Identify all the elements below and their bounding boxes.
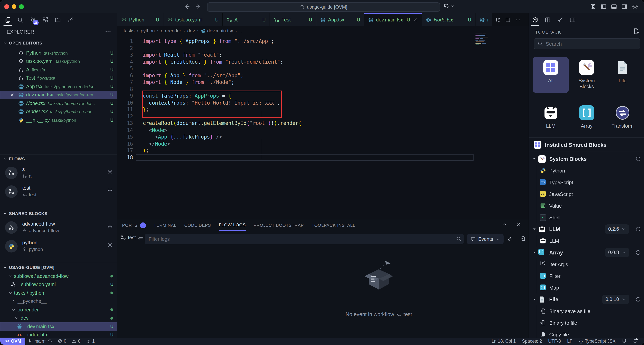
status-0[interactable]: 0 bbox=[69, 337, 83, 344]
block-item-iter-args[interactable]: [x]Iter Args bbox=[529, 258, 644, 270]
layout-grid-icon[interactable] bbox=[590, 4, 596, 10]
activity-item-source-control[interactable]: 36 bbox=[28, 13, 37, 26]
block-item-filter[interactable]: [ ]Filter bbox=[529, 270, 644, 282]
status-0[interactable]: 0 bbox=[55, 337, 69, 344]
tab-Node.tsx[interactable]: Node.tsxU bbox=[422, 13, 476, 26]
block-item-python[interactable]: Python bbox=[529, 165, 644, 176]
minimap[interactable] bbox=[475, 33, 500, 47]
right-panel-box3d[interactable] bbox=[531, 13, 539, 26]
code-line-4[interactable]: 4import { createRoot } from "react-dom/c… bbox=[118, 58, 528, 65]
code-line-8[interactable]: 8 bbox=[118, 86, 528, 93]
code-line-11[interactable]: 11}; bbox=[118, 106, 528, 113]
command-center-search[interactable]: usage-guide [OVM] bbox=[207, 2, 440, 12]
minimize-window-button[interactable] bbox=[12, 4, 16, 9]
block-item-typescript[interactable]: TSTypeScript bbox=[529, 176, 644, 188]
status-ovm[interactable]: ><OVM bbox=[0, 337, 25, 344]
open-editor-item[interactable]: Testflows/testU bbox=[0, 74, 118, 82]
gear-icon[interactable] bbox=[107, 224, 113, 229]
code-line-17[interactable]: 17); bbox=[118, 147, 528, 154]
breadcrumb-item[interactable]: … bbox=[239, 28, 244, 34]
section-shared-blocks[interactable]: SHARED BLOCKS bbox=[0, 209, 118, 217]
block-item-binary-save-as-file[interactable]: Binary save as file bbox=[529, 305, 644, 317]
tree-row-oo-render[interactable]: oo-render bbox=[0, 305, 118, 314]
tab-A[interactable]: AU bbox=[223, 13, 270, 26]
status-bell[interactable] bbox=[630, 337, 640, 344]
back-icon[interactable] bbox=[184, 4, 190, 10]
open-editor-item[interactable]: dev.main.tsxtasks/python/oo-ren...U bbox=[0, 91, 118, 99]
right-panel-blocks[interactable] bbox=[544, 13, 552, 26]
open-editor-item[interactable]: Aflows/aU bbox=[0, 66, 118, 74]
filter-logs-input[interactable] bbox=[145, 234, 464, 244]
tab-Test[interactable]: TestU bbox=[270, 13, 316, 26]
activity-item-files[interactable] bbox=[4, 13, 12, 26]
group-file[interactable]: File0.0.10 bbox=[529, 293, 644, 305]
toolpack-tile-array[interactable]: Array bbox=[569, 102, 604, 132]
panel-close-icon[interactable] bbox=[516, 222, 522, 227]
info-icon[interactable] bbox=[636, 226, 641, 232]
code-line-13[interactable]: 13createRoot(document.getElementById("ro… bbox=[118, 120, 528, 127]
code-line-2[interactable]: 2 bbox=[118, 45, 528, 52]
block-item-copy-file[interactable]: Copy file bbox=[529, 328, 644, 338]
status-1[interactable]: 1 bbox=[83, 337, 98, 344]
status-ln-18-col-1[interactable]: Ln 18, Col 1 bbox=[488, 337, 519, 344]
tree-row-tasks-python[interactable]: tasks / python bbox=[0, 289, 118, 297]
breadcrumb-item[interactable]: dev bbox=[187, 28, 195, 34]
panel-tab-terminal[interactable]: TERMINAL bbox=[154, 219, 176, 231]
block-item-map[interactable]: [ ]Map bbox=[529, 282, 644, 293]
section-flows[interactable]: FLOWS bbox=[0, 154, 118, 163]
code-line-5[interactable]: 5 bbox=[118, 65, 528, 72]
code-line-12[interactable]: 12 bbox=[118, 113, 528, 120]
panel-tab-project-bootstrap[interactable]: PROJECT BOOTSTRAP bbox=[254, 219, 304, 231]
tree-row--pycache-[interactable]: __pycache__ bbox=[0, 297, 118, 305]
block-item-shell[interactable]: >_Shell bbox=[529, 211, 644, 223]
open-editor-item[interactable]: App.tsxtasks/python/oo-render/srcU bbox=[0, 82, 118, 91]
activity-item-folder[interactable] bbox=[54, 13, 62, 26]
code-line-10[interactable]: 10 contextProps: "Hello World! Input is:… bbox=[118, 99, 528, 106]
close-window-button[interactable] bbox=[4, 4, 9, 9]
panel-tab-flow-logs[interactable]: FLOW LOGS bbox=[219, 219, 246, 231]
toolpack-tile-llm[interactable]: LLM bbox=[533, 102, 569, 132]
breadcrumb-item[interactable]: python bbox=[140, 28, 155, 34]
open-editor-item[interactable]: Node.tsxtasks/python/oo-render...U bbox=[0, 99, 118, 108]
flow-card-test[interactable]: testtest bbox=[0, 184, 118, 203]
status-spaces-2[interactable]: Spaces: 2 bbox=[519, 337, 545, 344]
status-typescript-jsx[interactable]: { }TypeScript JSX bbox=[576, 337, 619, 344]
right-panel-layout[interactable] bbox=[569, 13, 576, 26]
log-level-icon[interactable] bbox=[138, 236, 143, 242]
open-editor-item[interactable]: Pythontasks/pythonU bbox=[0, 49, 118, 57]
group-llm[interactable]: LLM0.2.6 bbox=[529, 223, 644, 235]
version-select[interactable]: 0.0.10 bbox=[602, 295, 629, 304]
breadcrumb-item[interactable]: oo-render bbox=[161, 28, 181, 34]
tree-row-subflows-advanced-flow[interactable]: subflows / advanced-flow bbox=[0, 272, 118, 280]
block-item-javascript[interactable]: JSJavaScript bbox=[529, 188, 644, 200]
status-lf[interactable]: LF bbox=[564, 337, 576, 344]
open-editor-item[interactable]: __init__.pytasks/pythonU bbox=[0, 116, 118, 124]
more-actions-icon[interactable] bbox=[105, 29, 111, 35]
more-actions-icon[interactable] bbox=[515, 17, 521, 23]
gear-icon[interactable] bbox=[107, 188, 113, 193]
tab-ren[interactable]: ren bbox=[476, 13, 492, 26]
gear-icon[interactable] bbox=[107, 169, 113, 174]
tree-row-subflow-oo-yaml[interactable]: subflow.oo.yamlU bbox=[0, 280, 118, 289]
block-item-binary-to-file[interactable]: Binary to file bbox=[529, 317, 644, 328]
tab-App.tsx[interactable]: App.tsxU bbox=[316, 13, 364, 26]
panel-left-icon[interactable] bbox=[600, 4, 606, 10]
status-cat[interactable] bbox=[619, 337, 630, 344]
maximize-window-button[interactable] bbox=[19, 4, 24, 9]
group-array[interactable]: [ ]Array0.0.8 bbox=[529, 247, 644, 258]
tab-Python[interactable]: PythonU bbox=[118, 13, 164, 26]
traffic-lights[interactable] bbox=[4, 4, 24, 9]
tree-row-dev-main-tsx[interactable]: dev.main.tsxU bbox=[0, 322, 118, 331]
assistant-menu[interactable] bbox=[443, 3, 455, 9]
toolpack-tile-all[interactable]: All bbox=[533, 57, 569, 93]
code-line-1[interactable]: 1import type { AppProps } from "../src/A… bbox=[118, 38, 528, 45]
code-line-6[interactable]: 6import { App } from "../src/App"; bbox=[118, 72, 528, 79]
panel-tab-ports[interactable]: PORTS1 bbox=[122, 219, 146, 231]
group-system-blocks[interactable]: System Blocks bbox=[529, 153, 644, 165]
flow-card-python[interactable]: pythonpython bbox=[0, 238, 118, 257]
split-editor-icon[interactable] bbox=[505, 17, 510, 23]
diff-editor-icon[interactable] bbox=[495, 17, 500, 23]
open-editor-item[interactable]: render.tsxtasks/python/oo-rende...U bbox=[0, 108, 118, 116]
flow-card-advanced-flow[interactable]: advanced-flowadvanced-flow bbox=[0, 220, 118, 238]
activity-item-search[interactable] bbox=[16, 13, 24, 26]
